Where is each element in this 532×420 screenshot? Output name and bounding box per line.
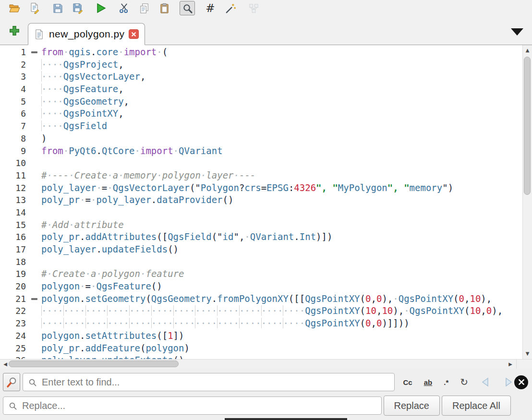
code-text: poly_pr.addAttributes([QgsField("id",·QV…	[41, 231, 522, 243]
fold-margin	[27, 330, 41, 342]
fold-margin	[27, 231, 41, 243]
paste-icon	[159, 3, 170, 14]
replace-button[interactable]: Replace	[384, 396, 440, 416]
line-number: 5	[0, 96, 27, 108]
code-line-20: 20polygon·=·QgsFeature()	[0, 280, 522, 293]
code-text: poly_pr.addFeature(polygon)	[41, 342, 522, 355]
fold-marker-icon[interactable]	[31, 298, 37, 300]
regex-toggle[interactable]: .*	[444, 379, 448, 386]
run-script-button[interactable]	[93, 1, 109, 15]
find-previous-button[interactable]	[480, 377, 491, 387]
plus-icon	[8, 24, 21, 38]
fold-margin	[27, 59, 41, 71]
line-number: 24	[0, 330, 27, 342]
toggle-find-button[interactable]	[180, 1, 195, 15]
save-script-as-button[interactable]	[70, 1, 85, 15]
scroll-up-arrow-icon[interactable]: ▲	[523, 46, 532, 55]
new-script-icon	[29, 2, 40, 14]
scroll-down-arrow-icon[interactable]: ▼	[523, 349, 532, 358]
open-script-icon	[9, 2, 20, 14]
save-script-button[interactable]	[50, 1, 65, 15]
paste-button[interactable]	[157, 1, 172, 15]
script-file-icon	[34, 29, 45, 40]
fold-marker-icon[interactable]	[31, 51, 37, 53]
line-number: 22	[0, 305, 27, 317]
code-line-17: 17poly_layer.updateFields()	[0, 243, 522, 256]
code-text	[41, 206, 522, 219]
line-number: 6	[0, 108, 27, 120]
fold-margin	[27, 96, 41, 108]
fold-margin	[27, 317, 41, 330]
code-line-14: 14	[0, 206, 522, 219]
new-script-button[interactable]	[27, 1, 42, 15]
line-number: 17	[0, 243, 27, 256]
replace-all-button[interactable]: Replace All	[442, 396, 511, 416]
code-line-13: 13poly_pr·=·poly_layer.dataProvider()	[0, 194, 522, 206]
code-editor[interactable]: 1from·qgis.core·import·(2····QgsProject,…	[0, 45, 522, 359]
new-tab-button[interactable]	[8, 25, 21, 38]
code-line-24: 24polygon.setAttributes([1])	[0, 330, 522, 342]
open-script-button[interactable]	[7, 1, 22, 15]
line-number: 21	[0, 293, 27, 305]
close-icon	[131, 32, 136, 37]
format-code-button[interactable]	[223, 1, 238, 15]
line-number: 12	[0, 182, 27, 194]
case-sensitive-toggle[interactable]: Cc	[403, 379, 412, 386]
whole-word-toggle[interactable]: ab	[424, 379, 433, 386]
fold-margin	[27, 145, 41, 157]
wrap-around-toggle[interactable]: ↻	[460, 377, 468, 387]
class-browser-button[interactable]	[246, 1, 261, 15]
line-number: 11	[0, 169, 27, 182]
code-line-6: 6····QgsPointXY,	[0, 108, 522, 120]
tab-list-dropdown-icon[interactable]	[511, 28, 523, 36]
code-editor-pane: 1from·qgis.core·import·(2····QgsProject,…	[0, 45, 532, 359]
horizontal-scrollbar-thumb[interactable]	[9, 360, 179, 367]
toggle-comment-button[interactable]: #	[203, 1, 218, 15]
find-replace-panel: Cc ab .* ↻	[0, 369, 532, 420]
panel-resize-handle[interactable]	[225, 418, 347, 420]
code-line-7: 7····QgsField	[0, 120, 522, 132]
tab-title: new_polygon.py	[49, 28, 124, 40]
code-text: from·qgis.core·import·(	[41, 46, 522, 59]
fold-margin[interactable]	[27, 46, 41, 59]
vertical-scrollbar[interactable]: ▲ ▼	[522, 45, 532, 359]
tab-close-button[interactable]	[129, 29, 139, 39]
find-icon	[182, 3, 193, 14]
close-find-bar-button[interactable]	[514, 375, 528, 389]
code-text: poly_pr·=·poly_layer.dataProvider()	[41, 194, 522, 206]
code-line-9: 9from·PyQt6.QtCore·import·QVariant	[0, 145, 522, 157]
scroll-right-arrow-icon[interactable]: ▶	[506, 360, 515, 369]
run-script-icon	[95, 2, 107, 14]
code-text: ········································…	[41, 317, 522, 330]
find-next-button[interactable]	[503, 377, 514, 387]
code-line-23: 23······································…	[0, 317, 522, 330]
line-number: 4	[0, 83, 27, 96]
copy-button[interactable]	[136, 1, 152, 15]
code-line-10: 10	[0, 157, 522, 169]
fold-margin	[27, 169, 41, 182]
line-number: 16	[0, 231, 27, 243]
code-text: #·Add·attribute	[41, 219, 522, 231]
replace-field	[3, 396, 382, 415]
fold-margin	[27, 268, 41, 280]
find-options-icon	[6, 376, 18, 388]
find-options-button[interactable]	[3, 373, 20, 391]
fold-margin[interactable]	[27, 293, 41, 305]
line-number: 20	[0, 280, 27, 293]
horizontal-scrollbar[interactable]: ◀ ▶	[0, 359, 532, 369]
code-text: #·Create·a·polygon·feature	[41, 268, 522, 280]
find-input[interactable]	[41, 376, 389, 388]
code-text: polygon·=·QgsFeature()	[41, 280, 522, 293]
code-line-1: 1from·qgis.core·import·(	[0, 46, 522, 59]
fold-margin	[27, 120, 41, 132]
code-text: ····QgsFeature,	[41, 83, 522, 96]
tab-new-polygon[interactable]: new_polygon.py	[28, 23, 145, 45]
code-line-22: 22······································…	[0, 305, 522, 317]
vertical-scrollbar-thumb[interactable]	[524, 57, 531, 195]
code-text	[41, 157, 522, 169]
line-number: 8	[0, 132, 27, 145]
code-line-2: 2····QgsProject,	[0, 59, 522, 71]
cut-button[interactable]	[116, 1, 132, 15]
replace-input[interactable]	[21, 400, 376, 412]
code-line-19: 19#·Create·a·polygon·feature	[0, 268, 522, 280]
